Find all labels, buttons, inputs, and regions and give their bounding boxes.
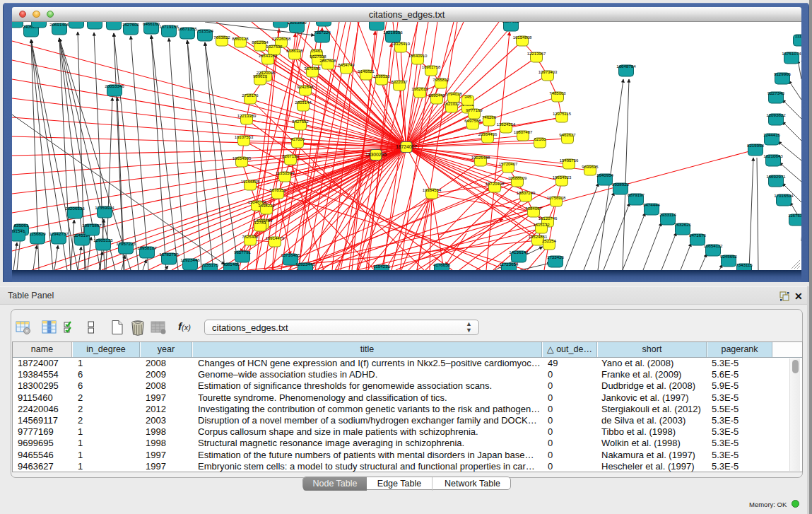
svg-text:252254: 252254 (542, 239, 557, 243)
svg-text:10210643: 10210643 (763, 153, 783, 158)
svg-text:16671355: 16671355 (177, 26, 197, 31)
svg-text:62160: 62160 (534, 137, 546, 141)
svg-text:23226058: 23226058 (272, 37, 291, 41)
svg-text:8186328: 8186328 (286, 49, 303, 53)
svg-text:10654112: 10654112 (703, 243, 723, 248)
svg-text:12093822: 12093822 (766, 112, 786, 117)
svg-text:11353594: 11353594 (276, 171, 295, 175)
svg-text:12923446: 12923446 (180, 257, 200, 262)
svg-text:8267130: 8267130 (282, 154, 299, 158)
svg-text:15720407: 15720407 (499, 162, 518, 166)
svg-text:2867608: 2867608 (319, 59, 336, 63)
svg-text:2718176: 2718176 (242, 93, 259, 98)
svg-text:1615132: 1615132 (533, 223, 550, 227)
svg-text:4176658: 4176658 (433, 262, 451, 267)
svg-text:16107553: 16107553 (235, 135, 254, 139)
svg-text:19384554: 19384554 (423, 188, 442, 192)
svg-text:1621022: 1621022 (443, 102, 460, 106)
svg-text:835061: 835061 (14, 223, 29, 228)
svg-text:10688609: 10688609 (508, 176, 527, 180)
svg-text:7343115: 7343115 (736, 262, 753, 267)
svg-text:989613: 989613 (253, 74, 268, 78)
svg-text:16648784: 16648784 (616, 64, 636, 69)
svg-text:16914479: 16914479 (266, 236, 285, 240)
svg-text:7955812: 7955812 (433, 78, 449, 82)
svg-text:7663822: 7663822 (213, 35, 230, 40)
svg-text:6466160: 6466160 (143, 22, 160, 26)
svg-text:6794028: 6794028 (445, 92, 462, 96)
svg-text:16782759: 16782759 (159, 252, 179, 257)
svg-text:7357224: 7357224 (314, 30, 331, 35)
svg-text:20053346: 20053346 (105, 83, 124, 88)
svg-text:19166825: 19166825 (241, 180, 260, 184)
svg-text:19654923: 19654923 (553, 175, 572, 180)
svg-text:9227343: 9227343 (767, 90, 785, 95)
svg-text:8860128: 8860128 (232, 37, 249, 41)
svg-text:1733426: 1733426 (547, 255, 565, 259)
svg-text:18300295: 18300295 (365, 152, 387, 157)
svg-text:8813054: 8813054 (368, 22, 386, 23)
svg-text:10973403: 10973403 (539, 70, 558, 74)
svg-text:9327505: 9327505 (266, 45, 283, 49)
svg-text:19654985: 19654985 (233, 156, 252, 160)
svg-text:1167531: 1167531 (788, 213, 801, 218)
svg-text:15751074: 15751074 (782, 51, 801, 56)
svg-text:2803144: 2803144 (295, 100, 312, 105)
svg-text:12213389: 12213389 (237, 114, 257, 118)
svg-text:9146821: 9146821 (358, 69, 375, 74)
svg-text:15692971: 15692971 (766, 174, 786, 179)
svg-text:20691406: 20691406 (49, 22, 69, 27)
svg-text:16154808: 16154808 (513, 35, 532, 40)
svg-text:8938923: 8938923 (612, 182, 630, 187)
svg-text:8471676: 8471676 (689, 233, 707, 238)
svg-text:9657791: 9657791 (234, 250, 252, 255)
svg-text:9474444: 9474444 (643, 202, 661, 207)
svg-text:15720408: 15720408 (486, 182, 505, 186)
svg-text:8215958: 8215958 (747, 143, 765, 148)
svg-text:12923448: 12923448 (295, 262, 315, 267)
svg-text:6879197: 6879197 (628, 192, 645, 197)
svg-text:9242848: 9242848 (297, 85, 314, 89)
svg-text:7625402: 7625402 (242, 235, 259, 239)
svg-text:1640954: 1640954 (596, 173, 614, 177)
svg-text:8427552: 8427552 (292, 119, 309, 124)
svg-text:18807249: 18807249 (517, 191, 536, 195)
svg-text:15461: 15461 (311, 49, 323, 53)
svg-text:12213967: 12213967 (527, 52, 546, 56)
svg-text:14136141: 14136141 (509, 250, 529, 255)
svg-text:12942737: 12942737 (49, 231, 69, 236)
svg-text:6497568: 6497568 (464, 119, 481, 123)
svg-text:11325419: 11325419 (392, 42, 411, 46)
svg-text:9463627: 9463627 (559, 133, 576, 137)
svg-text:10053809: 10053809 (287, 22, 307, 25)
svg-text:10025488: 10025488 (471, 156, 490, 160)
svg-text:12905135: 12905135 (93, 238, 113, 243)
svg-text:16640910: 16640910 (408, 54, 428, 58)
svg-text:20364436: 20364436 (478, 132, 498, 136)
svg-text:8454749: 8454749 (338, 63, 355, 67)
svg-text:8878352: 8878352 (269, 188, 286, 192)
svg-text:1244415: 1244415 (763, 132, 781, 137)
svg-text:10958107: 10958107 (137, 245, 157, 250)
svg-text:9777169: 9777169 (466, 108, 483, 112)
svg-text:10719155: 10719155 (159, 24, 179, 29)
svg-text:7632621: 7632621 (674, 222, 692, 227)
svg-text:9699695: 9699695 (582, 165, 599, 169)
svg-text:16961758: 16961758 (422, 65, 441, 69)
svg-text:9129966: 9129966 (774, 71, 792, 76)
svg-text:16120746: 16120746 (539, 216, 558, 221)
svg-text:17957225: 17957225 (116, 241, 136, 246)
svg-text:39975867: 39975867 (82, 223, 102, 228)
svg-text:19218506: 19218506 (383, 30, 403, 35)
svg-text:2933114: 2933114 (659, 212, 676, 217)
svg-text:17016504: 17016504 (774, 193, 794, 198)
svg-text:3498222: 3498222 (258, 204, 275, 208)
svg-text:10807487: 10807487 (514, 130, 533, 134)
svg-text:20206536: 20206536 (65, 206, 85, 211)
svg-text:1527602: 1527602 (122, 22, 140, 27)
svg-text:11123: 11123 (795, 33, 801, 38)
svg-text:417006: 417006 (290, 137, 305, 141)
svg-text:345: 345 (464, 95, 472, 99)
svg-text:13716485: 13716485 (281, 252, 300, 257)
svg-text:12783: 12783 (254, 221, 266, 225)
